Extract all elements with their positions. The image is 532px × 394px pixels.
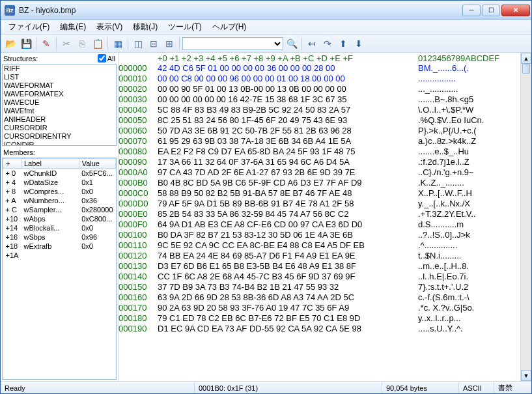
members-header: Members: [1,147,118,158]
member-row[interactable]: + 0wChunkID0x5FC6... [3,169,116,178]
save-icon[interactable]: 💾 [19,36,33,51]
structure-item[interactable]: WAVEFORMATEX [3,90,116,98]
member-row[interactable]: + 8wCompres...0x0 [3,187,116,196]
structure-item[interactable]: CURSORDIRENTRY [3,132,116,141]
split-v-icon[interactable]: ◫ [131,36,145,51]
window-title: BZ - hiyoko.bmp [19,6,462,15]
member-row[interactable]: + 4wDataSize0x1 [3,178,116,187]
hex-row[interactable]: 0000C058 88 B9 50 82 B2 5B 91-BA 57 8E B… [119,188,531,199]
view1-icon[interactable]: ▦ [111,36,125,51]
member-row[interactable]: +16wSbps0x96 [3,232,116,242]
maximize-button[interactable]: ☐ [482,5,500,16]
hex-row[interactable]: 000100B0 DA 3F 82 B7 21 53 83-12 30 5D 0… [119,230,531,240]
copy-icon[interactable]: ⎘ [75,36,89,51]
hex-row[interactable]: 0001109C 5E 92 CA 9C CC EA 8C-BE E4 88 C… [119,240,531,251]
members-panel[interactable]: + Label Value + 0wChunkID0x5FC6...+ 4wDa… [2,158,117,380]
status-encoding: ASCII [459,382,494,394]
scroll-up-icon[interactable]: ▲ [521,53,531,64]
toolbar: 📂 💾 ✎ ✂ ⎘ 📋 ▦ ◫ ⊟ ⊞ 🔍 ↤ ↷ ⬆ ⬇ [1,35,531,53]
hex-row[interactable]: 00000042 4D C6 5F 01 00 00 00 00 36 00 0… [119,63,531,74]
hex-row[interactable]: 0000B0B0 4B 8C BD 5A 9B C6 5F-9F CD A6 D… [119,178,531,188]
download-icon[interactable]: ⬇ [352,36,366,51]
hex-bytes-header: +0 +1 +2 +3 +4 +5 +6 +7 +8 +9 +A +B +C +… [158,53,418,63]
scroll-thumb[interactable] [522,64,530,74]
find-icon[interactable]: 🔍 [285,36,299,51]
structure-item[interactable]: LIST [3,73,116,81]
structures-list[interactable]: RIFFLISTWAVEFORMATWAVEFORMATEXWAVECUEWAV… [2,64,117,146]
hex-ascii-header: 0123456789ABCDEF [418,53,531,63]
status-position: 0001B0: 0x1F (31) [195,382,382,394]
nav-back-icon[interactable]: ↤ [305,36,319,51]
app-icon: Bz [5,5,15,16]
nav-fwd-icon[interactable]: ↷ [320,36,335,51]
hex-row[interactable]: 0000D079 AF 5F 9A D1 5B 89 BB-6B 91 B7 4… [119,199,531,209]
hex-row[interactable]: 00002000 00 90 5F 01 00 13 0B-00 00 13 0… [119,84,531,94]
col-value[interactable]: Value [79,159,115,169]
hex-row[interactable]: 000080EA E2 F2 F8 C9 D7 EA 65-8D BA 24 5… [119,147,531,157]
member-row[interactable]: + AwNumbero...0x36 [3,196,116,205]
vertical-scrollbar[interactable]: ▲ ▼ [520,53,531,381]
search-combo[interactable] [182,37,283,50]
hex-row[interactable]: 000130D3 E7 6D B6 E1 65 B8 E3-5B B4 E6 4… [119,261,531,272]
structures-label: Structures: [3,55,38,63]
paste-icon[interactable]: 📋 [91,36,105,51]
member-row[interactable]: + CwSampler...0x280000 [3,205,116,214]
hex-row[interactable]: 00012074 BB EA 24 4E 84 69 85-A7 D6 F1 F… [119,251,531,261]
member-row[interactable]: +18wExtrafb0x0 [3,242,116,251]
col-offset[interactable]: + [3,159,21,169]
all-label: All [107,55,115,63]
cut-icon[interactable]: ✂ [59,36,74,51]
hex-body[interactable]: 00000042 4D C6 5F 01 00 00 00 00 36 00 0… [119,63,531,334]
member-row[interactable]: +1A [3,251,116,260]
status-ready: Ready [1,382,195,394]
close-button[interactable]: ✕ [501,5,530,16]
open-icon[interactable]: 📂 [3,36,18,51]
structure-item[interactable]: WAVEfmt [3,107,116,115]
scroll-down-icon[interactable]: ▼ [521,370,531,381]
hex-row[interactable]: 00006050 7D A3 3E 6B 91 2C 50-7B 2F 55 8… [119,126,531,136]
titlebar: Bz BZ - hiyoko.bmp ─ ☐ ✕ [1,1,531,20]
structure-item[interactable]: CURSORDIR [3,124,116,132]
structure-item[interactable]: WAVEFORMAT [3,81,116,90]
member-row[interactable]: +10wAbps0xC800... [3,214,116,223]
menu-tool[interactable]: ツール(T) [163,20,206,34]
menu-file[interactable]: ファイル(F) [3,20,55,34]
split-h-icon[interactable]: ⊟ [147,36,161,51]
hex-row[interactable]: 00015037 7D B9 3A 73 B3 74-B4 B2 1B 21 4… [119,282,531,292]
structure-item[interactable]: WAVECUE [3,98,116,107]
hex-row[interactable]: 0000F064 9A D1 AB E3 CE A8 CF-E6 CD 00 9… [119,219,531,230]
hex-row[interactable]: 00007061 95 29 63 9B 03 38 7A-18 3E 6B 3… [119,136,531,147]
structure-item[interactable]: RIFF [3,64,116,73]
window-controls: ─ ☐ ✕ [462,5,530,16]
hex-row[interactable]: 00018079 C1 ED 78 C2 EB 6C B7-E6 72 BF E… [119,313,531,324]
upload-icon[interactable]: ⬆ [336,36,350,51]
member-row[interactable]: +14wBlockali...0x0 [3,223,116,232]
hex-row[interactable]: 00017090 2A 63 9D 20 58 93 3F-76 A0 19 4… [119,303,531,313]
left-panel: Structures: All RIFFLISTWAVEFORMATWAVEFO… [1,53,119,381]
menu-help[interactable]: ヘルプ(H) [207,20,252,34]
menu-jump[interactable]: 移動(J) [128,20,163,34]
hex-row[interactable]: 00003000 00 00 00 00 00 16 42-7E 15 38 6… [119,94,531,105]
minimize-button[interactable]: ─ [462,5,481,16]
members-table: + Label Value + 0wChunkID0x5FC6...+ 4wDa… [3,158,116,260]
hex-row[interactable]: 0000508C 25 51 83 24 56 80 1F-45 6F 20 4… [119,115,531,126]
status-write: 書禁 [494,382,531,394]
hex-row[interactable]: 00009017 3A 66 11 32 64 0F 37-6A 31 65 9… [119,157,531,167]
col-label[interactable]: Label [21,159,79,169]
status-size: 90,054 bytes [382,382,459,394]
hex-row[interactable]: 00016063 9A 2D 66 9D 28 53 8B-36 6D A8 A… [119,292,531,303]
hex-row[interactable]: 00001000 00 C8 00 00 00 96 00 00 00 01 0… [119,74,531,84]
hex-row[interactable]: 0000405C 88 4F 83 B3 49 83 B9-2B 5C 92 2… [119,105,531,115]
split-both-icon[interactable]: ⊞ [162,36,176,51]
hex-row[interactable]: 0000E085 2B 54 83 33 5A 86 32-59 84 45 7… [119,209,531,219]
hex-row[interactable]: 0000A097 CA 43 7D AD 2F 6E A1-27 67 93 2… [119,167,531,178]
hex-row[interactable]: 000140CC 1F 6C A8 2E 68 A4 45-7C B3 45 6… [119,272,531,282]
structure-item[interactable]: ANIHEADER [3,115,116,124]
menu-edit[interactable]: 編集(E) [55,20,91,34]
hex-row[interactable]: 000190D1 EC 9A CD EA 73 AF DD-55 92 CA 5… [119,324,531,334]
edit-icon[interactable]: ✎ [39,36,53,51]
menu-view[interactable]: 表示(V) [91,20,128,34]
content: Structures: All RIFFLISTWAVEFORMATWAVEFO… [1,53,531,381]
all-checkbox[interactable] [98,54,106,63]
structure-item[interactable]: ICONDIR [3,141,116,146]
